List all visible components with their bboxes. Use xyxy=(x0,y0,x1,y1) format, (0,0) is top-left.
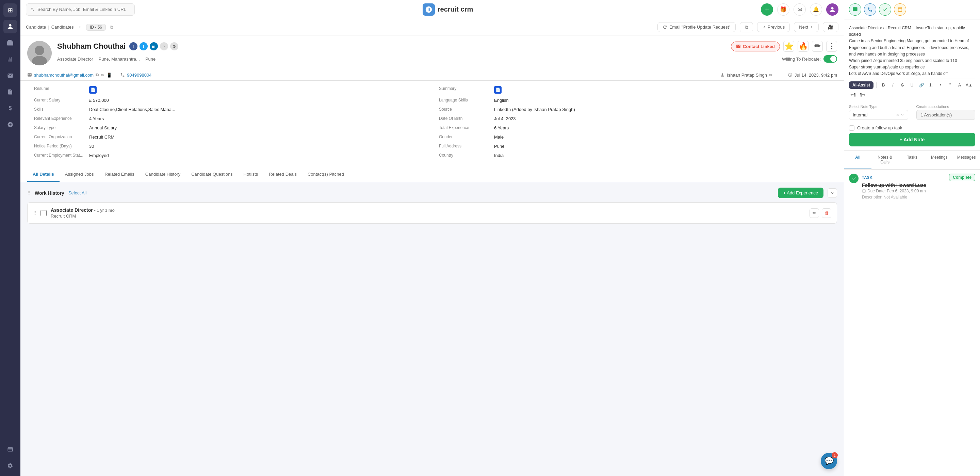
relocate-toggle[interactable] xyxy=(824,55,837,63)
select-all-btn[interactable]: Select All xyxy=(68,190,86,195)
star-btn[interactable]: ⭐ xyxy=(783,41,794,52)
breadcrumb-bar: Candidate | Candidates • ID - 56 ⧉ Email… xyxy=(21,19,844,35)
previous-btn[interactable]: Previous xyxy=(757,22,790,32)
act-tab-tasks[interactable]: Tasks xyxy=(899,151,926,169)
email-profile-btn[interactable]: Email "Profile Update Request" xyxy=(657,22,736,32)
copy-link-btn[interactable]: ⧉ xyxy=(740,22,753,32)
check-icon xyxy=(851,176,856,181)
tab-all-details[interactable]: All Details xyxy=(27,168,60,182)
add-experience-btn[interactable]: + Add Experience xyxy=(778,188,824,198)
detail-row-right-2: SourceLinkedIn (Added by Ishaan Pratap S… xyxy=(439,107,830,112)
work-item-checkbox-0[interactable] xyxy=(40,210,47,216)
tab-candidate-history[interactable]: Candidate History xyxy=(140,168,186,182)
phone-value[interactable]: 9049098004 xyxy=(127,72,151,78)
profile-section: Shubham Chouthai f t in ○ ⊙ xyxy=(21,35,844,81)
quote-btn[interactable]: " xyxy=(946,81,954,89)
work-item-content: Associate Director • 1 yr 1 mo Recruit C… xyxy=(51,208,805,219)
edit-email-icon[interactable]: ✏ xyxy=(101,72,105,78)
search-box[interactable] xyxy=(26,3,135,16)
underline-btn[interactable]: U xyxy=(908,81,916,89)
contact-info: shubhamchouthai@gmail.com ⧉ ✏ 📱 90490980… xyxy=(27,69,837,80)
tab-related-emails[interactable]: Related Emails xyxy=(99,168,140,182)
linkedin-icon[interactable]: in xyxy=(150,42,158,50)
act-tab-all[interactable]: All xyxy=(844,151,872,169)
calendar-icon-btn[interactable] xyxy=(894,3,906,16)
copy-email-icon[interactable]: ⧉ xyxy=(95,72,99,78)
bell-button[interactable]: 🔔 xyxy=(810,3,822,16)
collapse-section-btn[interactable] xyxy=(827,188,837,198)
work-item-title: Associate Director • 1 yr 1 mo xyxy=(51,208,805,213)
tab-contacts-pitched[interactable]: Contact(s) Pitched xyxy=(302,168,350,182)
sidebar-item-extension[interactable] xyxy=(3,118,17,131)
fire-btn[interactable]: 🔥 xyxy=(798,41,808,52)
note-type-area: Select Note Type Internal × xyxy=(849,104,908,120)
act-tab-notes-calls[interactable]: Notes & Calls xyxy=(872,151,899,169)
twitter-icon[interactable]: t xyxy=(140,42,148,50)
follow-up-checkbox[interactable] xyxy=(849,125,854,131)
text-color-btn[interactable]: A xyxy=(956,81,964,89)
other-social-icon1[interactable]: ○ xyxy=(160,42,168,50)
work-item-edit-btn[interactable]: ✏ xyxy=(810,208,819,218)
note-type-select[interactable]: Internal × xyxy=(849,110,908,120)
ol-btn[interactable]: 1. xyxy=(927,81,935,89)
associations-btn[interactable]: 1 Association(s) xyxy=(916,110,975,120)
video-btn[interactable]: 🎥 xyxy=(823,22,838,32)
detail-row-right-1: Language SkillsEnglish xyxy=(439,98,830,103)
call-icon-btn[interactable] xyxy=(864,3,876,16)
edit-btn[interactable]: ✏ xyxy=(812,41,823,52)
email-value[interactable]: shubhamchouthai@gmail.com xyxy=(34,72,94,78)
gift-button[interactable]: 🎁 xyxy=(777,3,789,16)
tabs-bar: All DetailsAssigned JobsRelated EmailsCa… xyxy=(21,168,844,182)
strikethrough-btn[interactable]: S xyxy=(898,81,907,89)
work-item-delete-btn[interactable]: 🗑 xyxy=(822,208,831,218)
act-tab-messages[interactable]: Messages xyxy=(953,151,980,169)
copy-id-icon[interactable]: ⧉ xyxy=(110,24,113,30)
user-avatar[interactable] xyxy=(826,3,838,16)
sidebar-item-analytics[interactable] xyxy=(3,53,17,66)
other-social-icon2[interactable]: ⊙ xyxy=(170,42,178,50)
ai-assist-btn[interactable]: AI-Assist xyxy=(849,81,873,89)
note-icon-btn[interactable] xyxy=(849,3,861,16)
facebook-icon[interactable]: f xyxy=(129,42,137,50)
italic-btn[interactable]: I xyxy=(889,81,897,89)
tab-related-deals[interactable]: Related Deals xyxy=(263,168,302,182)
sidebar-item-dashboard[interactable]: ⊞ xyxy=(3,3,17,17)
link-btn[interactable]: 🔗 xyxy=(917,81,926,89)
section-header: Work History Select All + Add Experience xyxy=(27,188,837,198)
note-type-label: Select Note Type xyxy=(849,104,908,109)
email-button[interactable]: ✉ xyxy=(794,3,806,16)
sidebar-item-dollar[interactable]: $ xyxy=(3,101,17,115)
sidebar-item-jobs[interactable] xyxy=(3,36,17,50)
bold-btn[interactable]: B xyxy=(879,81,888,89)
search-input[interactable] xyxy=(37,7,130,12)
add-note-btn[interactable]: + Add Note xyxy=(849,133,975,146)
tab-hotlists[interactable]: Hotlists xyxy=(238,168,264,182)
clear-note-type-icon[interactable]: × xyxy=(896,112,899,117)
tab-candidate-questions[interactable]: Candidate Questions xyxy=(186,168,238,182)
edit-owner-icon[interactable]: ✏ xyxy=(769,72,773,78)
act-tab-meetings[interactable]: Meetings xyxy=(926,151,953,169)
rtl-btn[interactable]: ¶⇒ xyxy=(859,91,867,99)
ltr-btn[interactable]: ⇐¶ xyxy=(849,91,857,99)
bg-color-btn[interactable]: A▲ xyxy=(965,81,973,89)
id-badge[interactable]: ID - 56 xyxy=(86,24,106,30)
sidebar-item-billing[interactable] xyxy=(3,442,17,456)
sidebar-item-settings[interactable] xyxy=(3,459,17,473)
ul-btn[interactable]: • xyxy=(937,81,945,89)
activity-status-0[interactable]: Complete xyxy=(949,174,975,181)
note-meta: Select Note Type Internal × Create assoc… xyxy=(849,101,975,123)
sidebar-item-tasks[interactable] xyxy=(3,85,17,99)
tab-assigned-jobs[interactable]: Assigned Jobs xyxy=(60,168,99,182)
more-btn[interactable]: ⋮ xyxy=(826,41,837,52)
contact-linked-btn[interactable]: Contact Linked xyxy=(731,42,780,51)
activity-date-0: Due Date: Feb 6, 2023, 9:00 am xyxy=(862,188,975,193)
detail-label: Current Employment Stat... xyxy=(34,153,85,158)
sidebar-item-contacts[interactable] xyxy=(3,20,17,34)
sidebar-item-mail[interactable] xyxy=(3,69,17,82)
add-button[interactable]: + xyxy=(761,3,773,16)
check-icon-btn[interactable] xyxy=(879,3,891,16)
chat-bubble[interactable]: 💬 1 xyxy=(821,453,837,469)
next-btn[interactable]: Next xyxy=(794,22,819,32)
detail-label: Salary Type xyxy=(34,125,85,130)
whatsapp-icon[interactable]: 📱 xyxy=(107,72,112,78)
